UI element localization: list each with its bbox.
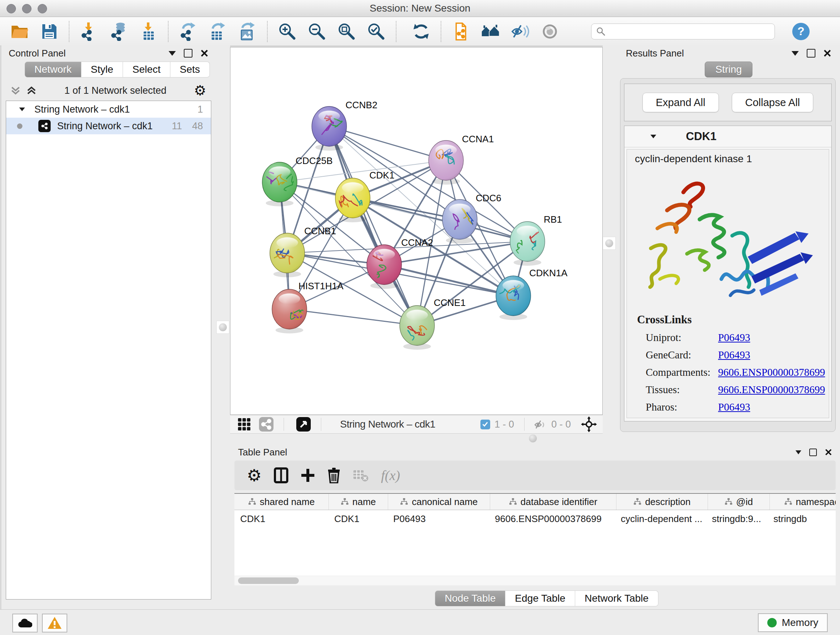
warning-button[interactable] [42,614,67,632]
node-label-CDKN1A: CDKN1A [529,268,568,279]
export-image-button[interactable] [237,21,257,42]
collapse-all-button[interactable]: Collapse All [732,93,813,112]
fit-content-button[interactable] [336,21,357,42]
grid-view-icon[interactable] [237,417,251,431]
control-panel-close-icon[interactable] [201,49,208,57]
table-panel-close-icon[interactable] [825,448,832,456]
network-edge-HIST1H1A-CCNE1[interactable] [289,309,417,325]
gene-expander-icon[interactable] [651,135,656,138]
expand-all-button[interactable]: Expand All [643,93,719,112]
import-network-from-database-button[interactable] [109,21,129,42]
column-header-namespace[interactable]: namespace [770,494,836,510]
column-header-shared-name[interactable]: shared name [234,494,329,510]
show-eye-button[interactable] [540,21,560,42]
column-header--id[interactable]: @id [708,494,770,510]
home-button[interactable] [480,21,501,42]
network-node-CDKN1A[interactable]: CDKN1A [496,268,568,320]
network-row-selected[interactable]: String Network – cdk1 11 48 [6,118,211,134]
left-splitter-handle[interactable] [216,321,229,334]
zoom-in-button[interactable] [277,21,297,42]
left-splitter[interactable] [216,46,230,609]
zoom-selected-button[interactable] [366,21,386,42]
export-network-button[interactable] [178,21,198,42]
network-edge-CCNB2-CCNE1[interactable] [329,126,417,325]
control-panel-menu-icon[interactable] [169,51,176,56]
function-builder-icon: f(x) [381,467,400,483]
column-header-name[interactable]: name [329,494,388,510]
show-columns-icon[interactable] [274,467,288,483]
tab-node-table[interactable]: Node Table [435,591,505,606]
network-node-CCNB2[interactable]: CCNB2 [312,100,377,150]
memory-button[interactable]: Memory [758,613,828,632]
hidden-eye-icon[interactable] [533,418,547,431]
bottom-splitter-handle[interactable] [527,432,539,445]
hide-selected-icon-button[interactable] [510,21,531,42]
network-type-toolbar-icon[interactable] [259,417,273,432]
results-panel-close-icon[interactable] [823,49,831,57]
view-toolbar-separator [284,418,284,431]
network-collection-row[interactable]: String Network – cdk1 1 [6,101,211,118]
import-table-from-file-button[interactable] [138,21,158,42]
network-node-RB1[interactable]: RB1 [510,214,562,266]
save-session-button[interactable] [39,21,59,42]
network-edge-CCNB2-CCNA1[interactable] [329,126,446,160]
search-field-wrap [591,24,775,40]
network-node-CCNA1[interactable]: CCNA1 [429,134,494,185]
network-edge-CDK1-RB1[interactable] [353,198,527,241]
right-splitter-handle[interactable] [603,237,616,250]
bottom-splitter[interactable] [230,433,840,445]
network-selected-status: 1 of 1 Network selected [37,85,194,96]
table-row[interactable]: CDK1CDK1P064939606.ENSP00000378699cyclin… [234,510,836,527]
crosslink-genecard-link[interactable]: P06493 [718,349,750,361]
expand-all-icon[interactable] [26,85,37,96]
column-header-description[interactable]: description [616,494,708,510]
column-header-canonical-name[interactable]: canonical name [388,494,490,510]
fit-selected-crosshair-icon[interactable] [581,416,597,432]
delete-column-trash-icon[interactable] [327,467,340,483]
search-input[interactable] [591,24,775,40]
network-graph[interactable]: CCNB2CCNA1CDC25BCDK1CDC6RB1CCNB1CCNA2CDK… [231,48,602,415]
help-button[interactable]: ? [792,23,810,40]
tab-style[interactable]: Style [81,62,123,78]
table-panel-float-icon[interactable] [809,448,817,456]
table-horizontal-scrollbar[interactable] [234,576,836,585]
crosslink-tissues-link[interactable]: 9606.ENSP00000378699 [718,384,825,396]
open-session-button[interactable] [9,21,30,42]
tab-sets[interactable]: Sets [171,62,210,78]
collapse-all-icon[interactable] [10,85,21,96]
refresh-button[interactable] [411,21,431,42]
tab-string[interactable]: String [705,62,752,78]
tab-select[interactable]: Select [123,62,171,78]
control-panel-float-icon[interactable] [184,49,193,57]
scrollbar-thumb[interactable] [238,578,299,584]
navigator-icon[interactable] [296,417,311,432]
network-options-gear-icon[interactable]: ⚙ [194,84,206,97]
tab-network-table[interactable]: Network Table [575,591,658,606]
gene-header-row[interactable]: CDK1 [624,126,831,147]
share-session-button[interactable] [451,21,471,42]
column-header-database-identifier[interactable]: database identifier [490,494,616,510]
crosslink-compartments-link[interactable]: 9606.ENSP00000378699 [718,366,825,378]
table-panel-menu-icon[interactable] [796,450,801,454]
crosslink-uniprot-link[interactable]: P06493 [718,332,750,344]
zoom-out-button[interactable] [307,21,327,42]
crosslink-pharos-link[interactable]: P06493 [718,401,750,413]
right-splitter[interactable] [603,46,618,433]
table-options-gear-icon[interactable]: ⚙ [247,467,262,484]
network-node-HIST1H1A[interactable]: HIST1H1A [272,280,344,333]
import-network-from-file-button[interactable] [79,21,99,42]
selected-checkbox-icon[interactable] [480,420,490,429]
tab-edge-table[interactable]: Edge Table [505,591,575,606]
network-node-CCNE1[interactable]: CCNE1 [400,297,466,350]
cloud-button[interactable] [12,614,38,632]
view-network-title: String Network – cdk1 [340,418,435,430]
results-panel-float-icon[interactable] [807,49,815,57]
collection-expander-icon[interactable] [19,108,25,111]
export-table-button[interactable] [208,21,228,42]
add-column-icon[interactable] [301,468,315,483]
network-node-CDC25B[interactable]: CDC25B [262,155,333,206]
node-label-CCNE1: CCNE1 [434,297,466,308]
network-canvas[interactable]: CCNB2CCNA1CDC25BCDK1CDC6RB1CCNB1CCNA2CDK… [230,47,603,415]
results-panel-menu-icon[interactable] [791,51,799,56]
tab-network[interactable]: Network [25,62,81,78]
